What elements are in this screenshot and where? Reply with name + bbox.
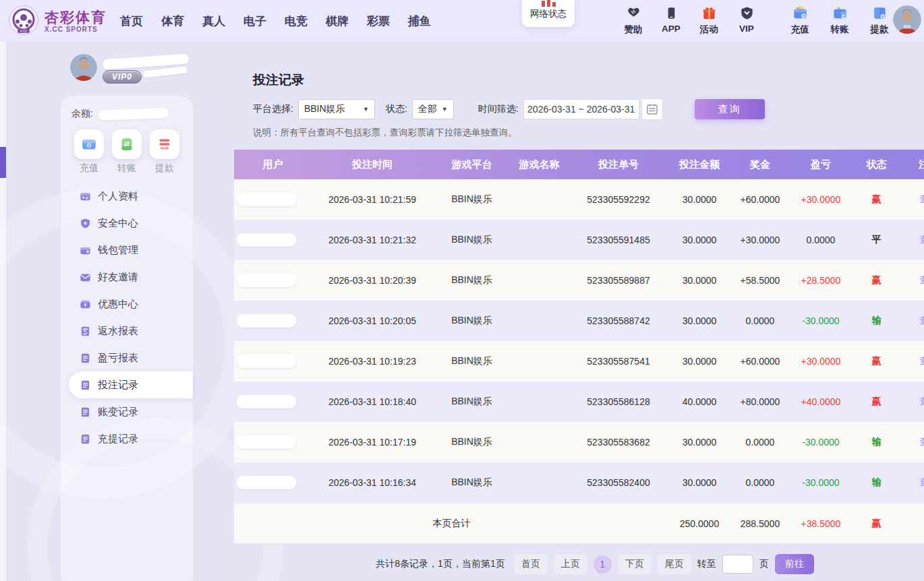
bonus-cell: +80.0000 [730, 381, 790, 422]
table-body: 2026-03-31 10:21:59BBIN娱乐52330559229230.… [234, 179, 924, 543]
nav-item-3[interactable]: 电子 [243, 13, 266, 29]
sidebar-item-deposit-records[interactable]: 充提记录 [61, 425, 193, 452]
order-number-cell: 523305583682 [568, 422, 669, 462]
network-status-badge[interactable]: 网络状态 [522, 0, 575, 27]
first-page-button[interactable]: 首页 [514, 554, 548, 574]
search-button[interactable]: 查询 [695, 99, 765, 119]
main-nav: 首页体育真人电子电竞棋牌彩票捕鱼 [120, 0, 431, 42]
sidebar-menu: 个人资料安全中心钱包管理好友邀请¥优惠中心返水报表盈亏报表投注记录账变记录充提记… [61, 183, 193, 452]
bonus-cell: +60.0000 [730, 341, 790, 381]
view-order-link[interactable]: 查看 [919, 315, 924, 327]
summary-bet-amount: 250.0000 [669, 504, 730, 543]
nav-item-5[interactable]: 棋牌 [326, 13, 349, 29]
go-button[interactable]: 前往 [775, 554, 814, 574]
topbar-link-transfer[interactable]: 转账 [826, 4, 853, 36]
soccer-ball-logo-icon: X.CC [8, 5, 39, 38]
sidebar-item-wallet[interactable]: 钱包管理 [61, 237, 193, 264]
nav-item-6[interactable]: 彩票 [367, 13, 390, 29]
view-order-link[interactable]: 查看 [919, 274, 924, 286]
last-page-button[interactable]: 尾页 [658, 554, 691, 574]
page-title: 投注记录 [253, 71, 304, 89]
sidebar-item-label: 个人资料 [98, 190, 138, 203]
app-icon [664, 4, 678, 22]
goto-page-input[interactable] [722, 555, 753, 574]
order-action-cell: 查看 [902, 220, 924, 260]
profile-avatar[interactable] [70, 54, 97, 81]
quick-action-withdraw[interactable]: ATM提款 [147, 129, 182, 175]
user-cell [234, 381, 312, 422]
withdraw-wallet-icon [871, 4, 888, 22]
sidebar-item-bet-records[interactable]: 投注记录 [69, 371, 193, 398]
order-number-cell: 523305591485 [568, 220, 669, 260]
status-select[interactable]: 全部 ▼ [412, 99, 454, 119]
bet-amount-cell: 30.0000 [669, 341, 730, 381]
topbar-link-vip[interactable]: VIP [733, 4, 760, 36]
sponsor-label: 赞助 [625, 24, 643, 36]
topbar-link-activity[interactable]: 活动 [695, 4, 722, 36]
view-order-link[interactable]: 查看 [919, 355, 924, 367]
view-order-link[interactable]: 查看 [919, 396, 924, 408]
topbar-link-app[interactable]: APP [658, 4, 685, 36]
status-cell: 输 [851, 301, 902, 341]
view-order-link[interactable]: 查看 [919, 436, 924, 448]
nav-item-0[interactable]: 首页 [120, 13, 143, 29]
platform-select[interactable]: BBIN娱乐 ▼ [298, 99, 375, 119]
game-name-cell [511, 422, 568, 462]
nav-item-7[interactable]: 捕鱼 [408, 13, 431, 29]
bet-amount-cell: 30.0000 [669, 462, 730, 503]
topbar-link-sponsor[interactable]: 赞助 [620, 4, 647, 36]
profit-cell: +40.0000 [790, 381, 851, 422]
status-cell: 赢 [851, 341, 902, 381]
sidebar-card: 余额: 0充值转账ATM提款 个人资料安全中心钱包管理好友邀请¥优惠中心返水报表… [61, 96, 193, 581]
platform-cell: BBIN娱乐 [433, 341, 511, 381]
status-cell: 输 [851, 462, 902, 503]
bet-amount-cell: 30.0000 [669, 422, 730, 462]
nav-item-1[interactable]: 体育 [161, 13, 184, 29]
view-order-link[interactable]: 查看 [919, 193, 924, 206]
sidebar-item-rebate[interactable]: 返水报表 [61, 317, 193, 344]
sidebar-item-security[interactable]: 安全中心 [61, 210, 193, 237]
withdraw-label: 提款 [147, 162, 182, 175]
platform-cell: BBIN娱乐 [433, 179, 511, 220]
masked-user-name [237, 274, 296, 287]
sidebar-item-label: 充提记录 [98, 433, 138, 446]
view-order-link[interactable]: 查看 [919, 477, 924, 489]
sidebar-item-profit-report[interactable]: 盈亏报表 [61, 344, 193, 371]
topbar-link-withdraw[interactable]: 提款 [866, 4, 893, 36]
left-edge-tab[interactable] [0, 147, 6, 178]
doc-icon [80, 433, 91, 445]
date-range-input[interactable]: 2026-03-31 ~ 2026-03-31 [523, 99, 639, 119]
table-row: 2026-03-31 10:21:32BBIN娱乐52330559148530.… [234, 220, 924, 260]
brand-name: 杏彩体育 [45, 10, 107, 25]
masked-user-name [237, 395, 296, 408]
topbar-link-recharge[interactable]: 充值 [786, 4, 813, 36]
bonus-cell: +60.0000 [730, 179, 790, 220]
bonus-cell: 0.0000 [730, 462, 790, 503]
brand-logo[interactable]: X.CC 杏彩体育 X.CC SPORTS [8, 5, 107, 38]
sidebar-item-profile[interactable]: 个人资料 [61, 183, 193, 210]
table-row: 2026-03-31 10:16:34BBIN娱乐52330558240030.… [234, 462, 924, 503]
quick-action-transfer[interactable]: 转账 [109, 129, 144, 175]
nav-item-4[interactable]: 电竞 [285, 13, 308, 29]
order-number-cell: 523305587541 [568, 341, 669, 381]
column-header-1: 投注时间 [312, 150, 433, 179]
current-page-button[interactable]: 1 [594, 555, 612, 574]
app-label: APP [662, 24, 681, 34]
quick-action-recharge[interactable]: 0充值 [71, 129, 107, 175]
sidebar-item-account-changes[interactable]: 账变记录 [61, 398, 193, 425]
user-avatar[interactable] [893, 5, 921, 34]
time-filter-label: 时间筛选: [478, 103, 519, 115]
table-row: 2026-03-31 10:18:40BBIN娱乐52330558612840.… [234, 381, 924, 422]
sidebar-item-invite[interactable]: 好友邀请 [61, 264, 193, 290]
masked-user-name [237, 435, 296, 449]
goto-label: 转至 [697, 558, 716, 570]
prev-page-button[interactable]: 上页 [554, 554, 587, 574]
next-page-button[interactable]: 下页 [618, 554, 652, 574]
calendar-button[interactable] [641, 98, 663, 120]
column-header-3: 游戏名称 [511, 150, 568, 179]
view-order-link[interactable]: 查看 [919, 234, 924, 246]
masked-user-name [237, 476, 296, 489]
sidebar-item-promo[interactable]: ¥优惠中心 [61, 290, 193, 317]
masked-balance-value [98, 108, 169, 121]
nav-item-2[interactable]: 真人 [202, 13, 225, 29]
